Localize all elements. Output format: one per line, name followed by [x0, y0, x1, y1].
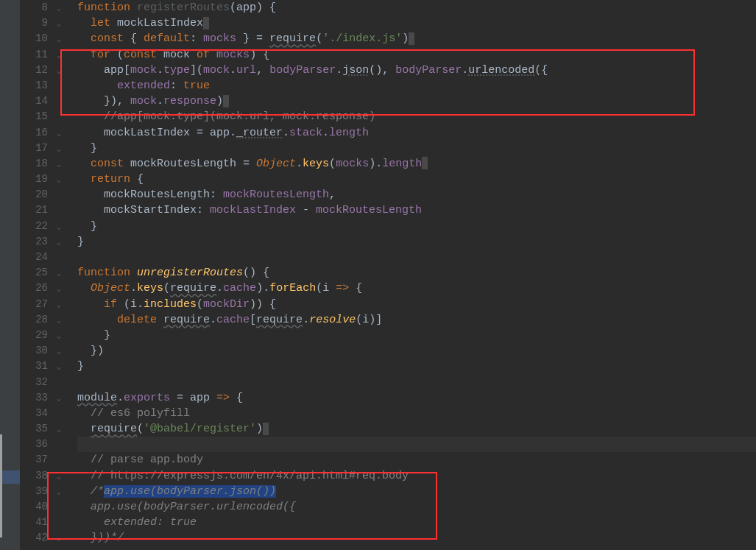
line-number: 13	[20, 78, 54, 94]
fold-toggle[interactable]: ⌄	[54, 47, 74, 63]
fold-toggle[interactable]: ⌄	[54, 172, 74, 187]
code-line[interactable]: app.use(bodyParser.urlencoded({	[77, 499, 756, 515]
line-number: 38	[20, 468, 54, 484]
code-line[interactable]: // parse app.body	[77, 452, 756, 468]
fold-toggle[interactable]: ⌄	[54, 141, 74, 156]
code-line[interactable]: extended: true	[77, 515, 756, 530]
code-editor: 8910111213141516171819202122232425262728…	[0, 0, 756, 550]
code-line[interactable]: Object.keys(require.cache).forEach(i => …	[77, 281, 756, 296]
line-number: 25	[20, 265, 54, 281]
code-line[interactable]: delete require.cache[require.resolve(i)]	[77, 312, 756, 328]
line-number: 10	[20, 31, 54, 46]
code-line[interactable]: mockStartIndex: mockLastIndex - mockRout…	[77, 202, 756, 218]
line-number: 28	[20, 312, 54, 328]
code-line[interactable]: mockRoutesLength: mockRoutesLength,	[77, 187, 756, 202]
line-number: 39	[20, 484, 54, 499]
fold-toggle[interactable]: ⌄	[54, 63, 74, 78]
code-line[interactable]: }	[77, 234, 756, 250]
line-number: 41	[20, 515, 54, 530]
fold-toggle[interactable]	[54, 202, 74, 218]
fold-toggle[interactable]	[54, 499, 74, 515]
code-line[interactable]	[77, 250, 756, 265]
line-number: 29	[20, 328, 54, 343]
fold-toggle[interactable]: ⌄	[54, 297, 74, 312]
code-line[interactable]: }	[77, 359, 756, 374]
line-number: 30	[20, 343, 54, 359]
code-line[interactable]: }	[77, 141, 756, 156]
code-line[interactable]: require('@babel/register')	[77, 421, 756, 437]
code-line[interactable]: extended: true	[77, 78, 756, 94]
code-line[interactable]: //app[mock.type](mock.url, mock.response…	[77, 109, 756, 124]
code-line[interactable]: const mockRoutesLength = Object.keys(moc…	[77, 156, 756, 172]
code-line[interactable]: mockLastIndex = app._router.stack.length	[77, 125, 756, 141]
fold-toggle[interactable]	[54, 187, 74, 202]
code-line[interactable]: module.exports = app => {	[77, 390, 756, 406]
line-number: 17	[20, 141, 54, 156]
fold-toggle[interactable]	[54, 94, 74, 109]
code-line[interactable]: // https://expressjs.com/en/4x/api.html#…	[77, 468, 756, 484]
line-number: 42	[20, 530, 54, 546]
fold-toggle[interactable]: ⌄	[54, 15, 74, 31]
fold-toggle[interactable]: ⌄	[54, 265, 74, 281]
fold-toggle[interactable]	[54, 515, 74, 530]
fold-toggle[interactable]: ⌄	[54, 234, 74, 250]
code-line[interactable]: function registerRoutes(app) {	[77, 0, 756, 15]
code-line[interactable]: }), mock.response)	[77, 94, 756, 109]
line-number: 35	[20, 421, 54, 437]
fold-toggle[interactable]	[54, 406, 74, 421]
code-line[interactable]: function unregisterRoutes() {	[77, 265, 756, 281]
fold-column[interactable]: ⌄⌄⌄⌄⌄ ⌄⌄⌄⌄ ⌄⌄ ⌄⌄⌄⌄⌄⌄⌄ ⌄ ⌄ ⌄⌄ ⌄	[54, 0, 74, 546]
source-code[interactable]: function registerRoutes(app) { let mockL…	[77, 0, 756, 546]
fold-toggle[interactable]	[54, 109, 74, 124]
line-number: 34	[20, 406, 54, 421]
code-line[interactable]: const { default: mocks } = require('./in…	[77, 31, 756, 46]
line-number: 24	[20, 250, 54, 265]
code-line[interactable]: })	[77, 343, 756, 359]
fold-toggle[interactable]	[54, 250, 74, 265]
fold-toggle[interactable]	[54, 375, 74, 390]
fold-toggle[interactable]: ⌄	[54, 0, 74, 15]
line-number: 40	[20, 499, 54, 515]
code-line[interactable]: /*app.use(bodyParser.json())	[77, 484, 756, 499]
code-line[interactable]: // es6 polyfill	[77, 406, 756, 421]
code-line[interactable]	[77, 375, 756, 390]
line-number: 31	[20, 359, 54, 374]
code-line[interactable]: app[mock.type](mock.url, bodyParser.json…	[77, 63, 756, 78]
fold-toggle[interactable]	[54, 437, 74, 452]
line-number: 22	[20, 219, 54, 234]
line-number: 15	[20, 109, 54, 124]
fold-toggle[interactable]: ⌄	[54, 421, 74, 437]
fold-toggle[interactable]	[54, 452, 74, 468]
vertical-tab[interactable]	[0, 470, 20, 484]
line-number: 23	[20, 234, 54, 250]
fold-toggle[interactable]: ⌄	[54, 390, 74, 406]
fold-toggle[interactable]: ⌄	[54, 312, 74, 328]
fold-toggle[interactable]: ⌄	[54, 484, 74, 499]
fold-toggle[interactable]	[54, 78, 74, 94]
fold-toggle[interactable]: ⌄	[54, 219, 74, 234]
code-area[interactable]: 8910111213141516171819202122232425262728…	[20, 0, 756, 550]
fold-toggle[interactable]: ⌄	[54, 156, 74, 172]
fold-toggle[interactable]: ⌄	[54, 359, 74, 374]
fold-toggle[interactable]: ⌄	[54, 281, 74, 296]
line-number: 18	[20, 156, 54, 172]
line-number: 16	[20, 125, 54, 141]
code-line[interactable]: }	[77, 219, 756, 234]
fold-toggle[interactable]: ⌄	[54, 530, 74, 546]
fold-toggle[interactable]: ⌄	[54, 468, 74, 484]
code-line[interactable]: for (const mock of mocks) {	[77, 47, 756, 63]
fold-toggle[interactable]: ⌄	[54, 328, 74, 343]
line-number-gutter: 8910111213141516171819202122232425262728…	[20, 0, 54, 546]
fold-toggle[interactable]: ⌄	[54, 125, 74, 141]
line-number: 26	[20, 281, 54, 296]
scroll-marker	[0, 434, 2, 537]
code-line[interactable]	[77, 437, 756, 452]
line-number: 37	[20, 452, 54, 468]
fold-toggle[interactable]: ⌄	[54, 31, 74, 46]
code-line[interactable]: let mockLastIndex	[77, 15, 756, 31]
fold-toggle[interactable]: ⌄	[54, 343, 74, 359]
code-line[interactable]: }	[77, 328, 756, 343]
code-line[interactable]: if (i.includes(mockDir)) {	[77, 297, 756, 312]
code-line[interactable]: }))*/	[77, 530, 756, 546]
code-line[interactable]: return {	[77, 172, 756, 187]
